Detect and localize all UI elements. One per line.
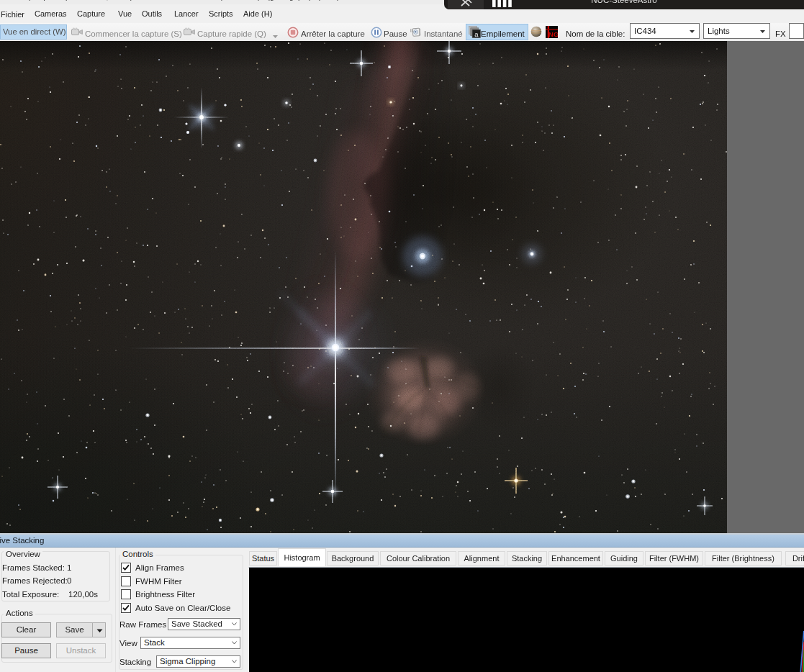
svg-text:a: a xyxy=(474,30,479,38)
svg-text:NG: NG xyxy=(548,30,558,38)
